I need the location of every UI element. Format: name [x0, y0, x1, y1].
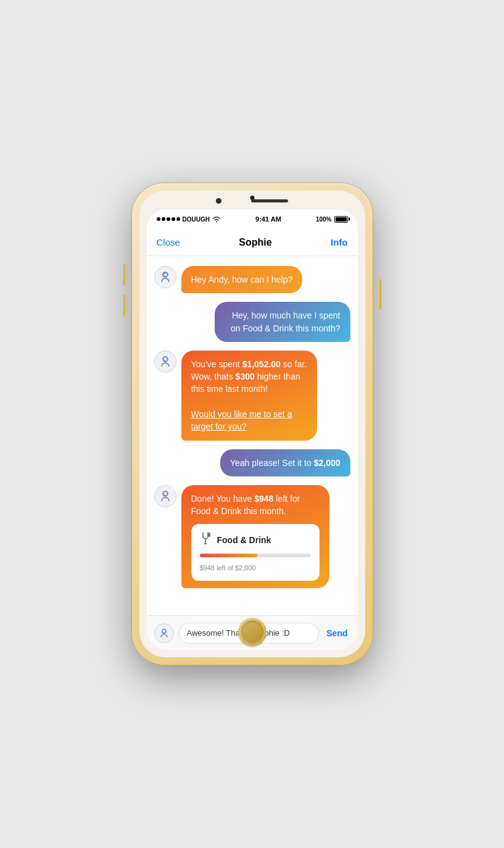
wifi-icon — [212, 216, 221, 222]
volume-up-button[interactable] — [123, 264, 126, 286]
budget-card: Food & Drink $948 left of $2,000 — [191, 524, 320, 581]
bubble-user-2: Yeah please! Set it to $2,000 — [220, 449, 350, 476]
budget-card-header: Food & Drink — [200, 531, 311, 549]
speaker-grille — [251, 199, 288, 202]
budget-card-subtitle: $948 left of $2,000 — [200, 564, 256, 572]
food-drink-icon — [200, 531, 212, 549]
progress-bar-background — [200, 554, 311, 557]
message-row-4: Yeah please! Set it to $2,000 — [154, 449, 350, 476]
info-button[interactable]: Info — [331, 237, 348, 247]
msg5-intro: Done! You have — [191, 494, 255, 504]
bot-avatar-2 — [154, 351, 176, 373]
status-time: 9:41 AM — [255, 215, 281, 223]
svg-point-2 — [166, 274, 167, 275]
svg-point-7 — [163, 493, 164, 494]
bubble-bot-1: Hey Andy, how can I help? — [181, 266, 303, 293]
battery-label: 100% — [316, 216, 332, 223]
bubble-user-1: Hey, how much have I spent on Food & Dri… — [215, 302, 350, 342]
budget-card-title: Food & Drink — [217, 534, 271, 546]
home-button-inner — [241, 621, 263, 643]
home-button[interactable] — [238, 618, 266, 646]
msg5-amount: $948 — [254, 494, 273, 504]
power-button[interactable] — [378, 279, 381, 310]
msg3-link[interactable]: Would you like me to set a target for yo… — [191, 409, 292, 431]
msg1-text: Hey Andy, how can I help? — [191, 275, 293, 285]
message-row-5: Done! You have $948 left for Food & Drin… — [154, 485, 350, 588]
svg-point-8 — [166, 493, 167, 494]
carrier-label: DOUUGH — [183, 216, 210, 223]
msg4-prefix: Yeah please! Set it to — [230, 458, 314, 468]
message-row-2: Hey, how much have I spent on Food & Dri… — [154, 302, 350, 342]
message-row-3: You've spent $1,052.00 so far. Wow, that… — [154, 351, 350, 441]
bot-avatar-1 — [154, 266, 176, 288]
status-right: 100% — [316, 216, 348, 223]
send-button[interactable]: Send — [324, 628, 350, 638]
msg3-amount1: $1,052.00 — [242, 359, 281, 369]
svg-point-5 — [166, 359, 167, 360]
status-bar: DOUUGH 9:41 AM 100% — [147, 209, 358, 229]
camera-dot — [216, 198, 221, 204]
progress-bar-fill — [200, 554, 258, 557]
signal-icon — [157, 217, 180, 221]
msg4-amount: $2,000 — [314, 458, 341, 468]
battery-icon — [334, 216, 348, 223]
msg3-intro: You've spent — [191, 359, 242, 369]
msg2-text: Hey, how much have I spent on Food & Dri… — [231, 310, 340, 333]
input-avatar — [154, 623, 174, 643]
close-button[interactable]: Close — [157, 237, 180, 247]
svg-point-10 — [162, 631, 163, 631]
screen: DOUUGH 9:41 AM 100% Close — [147, 209, 358, 650]
status-left: DOUUGH — [157, 216, 221, 223]
svg-point-1 — [163, 274, 164, 275]
svg-point-4 — [163, 359, 164, 360]
bubble-bot-3: Done! You have $948 left for Food & Drin… — [181, 485, 329, 588]
nav-title: Sophie — [239, 237, 271, 248]
chat-area: Hey Andy, how can I help? Hey, how much … — [147, 256, 358, 615]
volume-down-button[interactable] — [123, 294, 126, 317]
msg3-amount2: $300 — [236, 372, 255, 381]
top-bar — [139, 191, 365, 210]
phone-device: DOUUGH 9:41 AM 100% Close — [132, 183, 373, 665]
svg-point-11 — [165, 631, 165, 631]
phone-body: DOUUGH 9:41 AM 100% Close — [139, 191, 365, 657]
bot-avatar-3 — [154, 485, 176, 507]
bubble-bot-2: You've spent $1,052.00 so far. Wow, that… — [181, 351, 317, 441]
nav-bar: Close Sophie Info — [147, 229, 358, 256]
message-row-1: Hey Andy, how can I help? — [154, 266, 350, 293]
